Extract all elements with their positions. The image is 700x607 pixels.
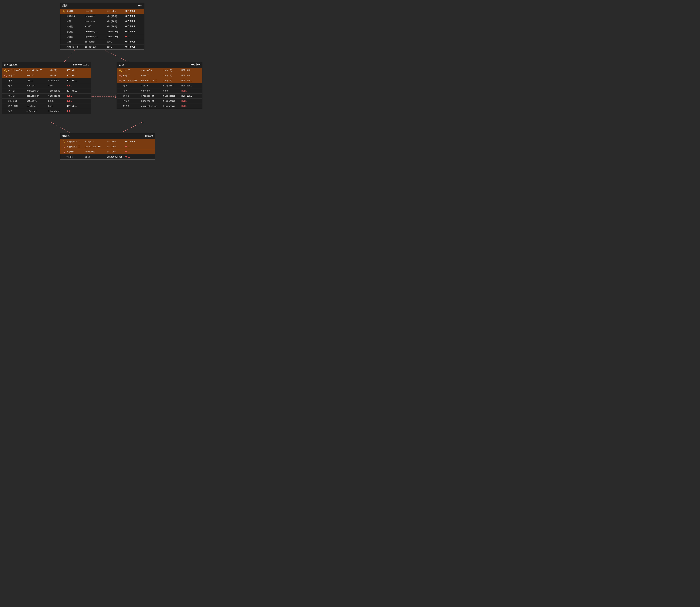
image-table: 이미지 Image 버킷리스트ID ImageID int(20) NOT NU… [60, 133, 155, 160]
table-row: 생성일 created_at timestamp NOT NULL [2, 88, 91, 93]
review-table: 리뷰 Review 리뷰ID reviewID int(20) NOT NULL… [116, 62, 202, 109]
bucketlist-korean-name: 버킷리스트 [4, 63, 18, 67]
table-row: 내용 content text NULL [117, 88, 202, 93]
image-korean-name: 이미지 [62, 134, 70, 138]
table-row: 카테고리 category Enum NULL [2, 99, 91, 104]
bucketlist-table-header: 버킷리스트 BucketList [2, 62, 91, 68]
review-table-header: 리뷰 Review [117, 62, 202, 68]
review-korean-name: 리뷰 [119, 63, 124, 67]
pk-icon [3, 69, 8, 72]
user-korean-name: 회원 [62, 4, 68, 7]
bucketlist-english-name: BucketList [73, 63, 89, 67]
pk-icon [61, 10, 66, 13]
erd-diagram: 회원 User 회원ID userID int(20) NOT NULL 비밀번… [0, 0, 219, 173]
table-row: 내용 content text NULL [2, 83, 91, 88]
table-row: 버킷리스트ID bucketlistID int(20) NULL [60, 144, 155, 149]
table-row: 버킷리스트ID bucketlistID int(20) NOT NULL [117, 78, 202, 83]
image-english-name: Image [145, 134, 153, 138]
table-row: 회원ID userID int(20) NOT NULL [60, 8, 144, 14]
table-row: 버킷리스트ID bucketlistID int(20) NOT NULL [2, 68, 91, 73]
pk-icon [118, 69, 123, 72]
table-row: 수정일 updated_at timestamp NULL [60, 34, 144, 39]
table-row: 생성일 created_at timestamp NOT NULL [117, 93, 202, 99]
review-english-name: Review [191, 63, 200, 67]
table-row: 회원ID userID int(20) NOT NULL [117, 73, 202, 78]
fk-icon [3, 74, 8, 77]
fk-icon [118, 79, 123, 82]
user-english-name: User [136, 4, 142, 7]
bucketlist-table: 버킷리스트 BucketList 버킷리스트ID bucketlistID in… [2, 62, 91, 114]
table-row: 계정 활성화 is_active bool NOT NULL [60, 44, 144, 49]
table-row: 비밀번호 password str(255) NOT NULL [60, 14, 144, 19]
fk-icon [118, 74, 123, 77]
col-type: int(20) [107, 10, 125, 13]
col-nullable: NOT NULL [125, 10, 143, 13]
table-row: 수정일 updated_at timestamp NULL [117, 99, 202, 104]
table-row: 제목 title str(255) NOT NULL [117, 83, 202, 88]
table-row: 이메일 email str(100) NOT NULL [60, 24, 144, 29]
user-table-header: 회원 User [60, 3, 144, 8]
table-row: 이름 username str(100) NOT NULL [60, 19, 144, 24]
col-english: userID [85, 10, 107, 13]
table-row: 권한 is_admin bool NOT NULL [60, 39, 144, 44]
image-table-header: 이미지 Image [60, 133, 155, 139]
table-row: 일정 calender timestamp NULL [2, 109, 91, 114]
table-row: 버킷리스트ID ImageID int(20) NOT NULL [60, 139, 155, 144]
table-row: 리뷰ID reviewID int(20) NULL [60, 149, 155, 154]
fk-icon [61, 150, 66, 153]
table-row: 생성일 created_at timestamp NOT NULL [60, 29, 144, 34]
fk-icon [61, 145, 66, 148]
table-row: 제목 title str(255) NOT NULL [2, 78, 91, 83]
table-row: 완료일 completed_at timestamp NULL [117, 104, 202, 109]
table-row: 리뷰ID reviewID int(20) NOT NULL [117, 68, 202, 73]
pk-icon [61, 140, 66, 143]
table-row: 수정일 updated_at timestamp NULL [2, 93, 91, 99]
col-korean: 회원ID [66, 10, 85, 13]
table-row: 데이터 data ImageURL(str) NULL [60, 154, 155, 159]
table-row: 완료 상태 is_done bool NOT NULL [2, 104, 91, 109]
user-table: 회원 User 회원ID userID int(20) NOT NULL 비밀번… [60, 3, 144, 49]
table-row: 회원ID userID int(20) NOT NULL [2, 73, 91, 78]
